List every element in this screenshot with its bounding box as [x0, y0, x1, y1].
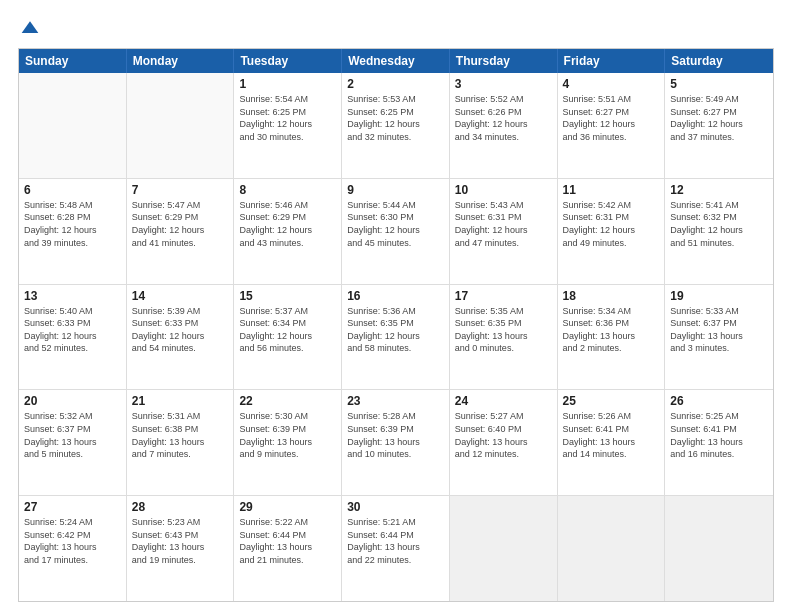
- day-info: Sunrise: 5:53 AM Sunset: 6:25 PM Dayligh…: [347, 93, 444, 143]
- day-number: 10: [455, 183, 552, 197]
- day-info: Sunrise: 5:48 AM Sunset: 6:28 PM Dayligh…: [24, 199, 121, 249]
- calendar-cell: 8Sunrise: 5:46 AM Sunset: 6:29 PM Daylig…: [234, 179, 342, 284]
- calendar-cell: [19, 73, 127, 178]
- calendar-cell: 9Sunrise: 5:44 AM Sunset: 6:30 PM Daylig…: [342, 179, 450, 284]
- calendar-cell: 20Sunrise: 5:32 AM Sunset: 6:37 PM Dayli…: [19, 390, 127, 495]
- calendar-cell: 10Sunrise: 5:43 AM Sunset: 6:31 PM Dayli…: [450, 179, 558, 284]
- day-info: Sunrise: 5:40 AM Sunset: 6:33 PM Dayligh…: [24, 305, 121, 355]
- day-info: Sunrise: 5:30 AM Sunset: 6:39 PM Dayligh…: [239, 410, 336, 460]
- day-info: Sunrise: 5:51 AM Sunset: 6:27 PM Dayligh…: [563, 93, 660, 143]
- day-number: 27: [24, 500, 121, 514]
- day-number: 24: [455, 394, 552, 408]
- day-info: Sunrise: 5:49 AM Sunset: 6:27 PM Dayligh…: [670, 93, 768, 143]
- day-info: Sunrise: 5:27 AM Sunset: 6:40 PM Dayligh…: [455, 410, 552, 460]
- svg-rect-1: [27, 29, 34, 33]
- day-number: 8: [239, 183, 336, 197]
- day-number: 18: [563, 289, 660, 303]
- day-number: 1: [239, 77, 336, 91]
- day-info: Sunrise: 5:52 AM Sunset: 6:26 PM Dayligh…: [455, 93, 552, 143]
- calendar-cell: 28Sunrise: 5:23 AM Sunset: 6:43 PM Dayli…: [127, 496, 235, 601]
- calendar-day-header: Saturday: [665, 49, 773, 73]
- calendar-cell: 23Sunrise: 5:28 AM Sunset: 6:39 PM Dayli…: [342, 390, 450, 495]
- day-number: 26: [670, 394, 768, 408]
- header: [18, 18, 774, 38]
- calendar-row: 20Sunrise: 5:32 AM Sunset: 6:37 PM Dayli…: [19, 390, 773, 496]
- calendar-cell: 24Sunrise: 5:27 AM Sunset: 6:40 PM Dayli…: [450, 390, 558, 495]
- calendar-header: SundayMondayTuesdayWednesdayThursdayFrid…: [19, 49, 773, 73]
- calendar-cell: 3Sunrise: 5:52 AM Sunset: 6:26 PM Daylig…: [450, 73, 558, 178]
- calendar-cell: 22Sunrise: 5:30 AM Sunset: 6:39 PM Dayli…: [234, 390, 342, 495]
- day-number: 21: [132, 394, 229, 408]
- calendar-day-header: Friday: [558, 49, 666, 73]
- day-number: 25: [563, 394, 660, 408]
- day-number: 12: [670, 183, 768, 197]
- calendar-row: 1Sunrise: 5:54 AM Sunset: 6:25 PM Daylig…: [19, 73, 773, 179]
- calendar-cell: [665, 496, 773, 601]
- day-number: 2: [347, 77, 444, 91]
- calendar-row: 13Sunrise: 5:40 AM Sunset: 6:33 PM Dayli…: [19, 285, 773, 391]
- day-number: 6: [24, 183, 121, 197]
- day-info: Sunrise: 5:31 AM Sunset: 6:38 PM Dayligh…: [132, 410, 229, 460]
- calendar-day-header: Tuesday: [234, 49, 342, 73]
- day-info: Sunrise: 5:25 AM Sunset: 6:41 PM Dayligh…: [670, 410, 768, 460]
- day-info: Sunrise: 5:41 AM Sunset: 6:32 PM Dayligh…: [670, 199, 768, 249]
- calendar-cell: 19Sunrise: 5:33 AM Sunset: 6:37 PM Dayli…: [665, 285, 773, 390]
- day-number: 16: [347, 289, 444, 303]
- page: SundayMondayTuesdayWednesdayThursdayFrid…: [0, 0, 792, 612]
- day-info: Sunrise: 5:33 AM Sunset: 6:37 PM Dayligh…: [670, 305, 768, 355]
- day-number: 15: [239, 289, 336, 303]
- calendar-cell: 15Sunrise: 5:37 AM Sunset: 6:34 PM Dayli…: [234, 285, 342, 390]
- day-info: Sunrise: 5:35 AM Sunset: 6:35 PM Dayligh…: [455, 305, 552, 355]
- day-info: Sunrise: 5:21 AM Sunset: 6:44 PM Dayligh…: [347, 516, 444, 566]
- day-info: Sunrise: 5:37 AM Sunset: 6:34 PM Dayligh…: [239, 305, 336, 355]
- calendar-cell: 14Sunrise: 5:39 AM Sunset: 6:33 PM Dayli…: [127, 285, 235, 390]
- calendar-cell: 21Sunrise: 5:31 AM Sunset: 6:38 PM Dayli…: [127, 390, 235, 495]
- day-info: Sunrise: 5:32 AM Sunset: 6:37 PM Dayligh…: [24, 410, 121, 460]
- day-number: 11: [563, 183, 660, 197]
- day-number: 28: [132, 500, 229, 514]
- day-info: Sunrise: 5:24 AM Sunset: 6:42 PM Dayligh…: [24, 516, 121, 566]
- calendar-cell: 11Sunrise: 5:42 AM Sunset: 6:31 PM Dayli…: [558, 179, 666, 284]
- logo: [18, 18, 40, 38]
- calendar-cell: [450, 496, 558, 601]
- calendar-cell: 7Sunrise: 5:47 AM Sunset: 6:29 PM Daylig…: [127, 179, 235, 284]
- day-number: 22: [239, 394, 336, 408]
- calendar-cell: 18Sunrise: 5:34 AM Sunset: 6:36 PM Dayli…: [558, 285, 666, 390]
- day-info: Sunrise: 5:34 AM Sunset: 6:36 PM Dayligh…: [563, 305, 660, 355]
- calendar-cell: 29Sunrise: 5:22 AM Sunset: 6:44 PM Dayli…: [234, 496, 342, 601]
- calendar-cell: 12Sunrise: 5:41 AM Sunset: 6:32 PM Dayli…: [665, 179, 773, 284]
- day-info: Sunrise: 5:47 AM Sunset: 6:29 PM Dayligh…: [132, 199, 229, 249]
- day-info: Sunrise: 5:26 AM Sunset: 6:41 PM Dayligh…: [563, 410, 660, 460]
- calendar-row: 27Sunrise: 5:24 AM Sunset: 6:42 PM Dayli…: [19, 496, 773, 601]
- calendar-cell: 16Sunrise: 5:36 AM Sunset: 6:35 PM Dayli…: [342, 285, 450, 390]
- day-info: Sunrise: 5:54 AM Sunset: 6:25 PM Dayligh…: [239, 93, 336, 143]
- calendar-cell: 13Sunrise: 5:40 AM Sunset: 6:33 PM Dayli…: [19, 285, 127, 390]
- logo-icon: [20, 18, 40, 38]
- day-number: 19: [670, 289, 768, 303]
- calendar: SundayMondayTuesdayWednesdayThursdayFrid…: [18, 48, 774, 602]
- calendar-day-header: Thursday: [450, 49, 558, 73]
- day-info: Sunrise: 5:39 AM Sunset: 6:33 PM Dayligh…: [132, 305, 229, 355]
- day-number: 14: [132, 289, 229, 303]
- day-number: 29: [239, 500, 336, 514]
- calendar-cell: [127, 73, 235, 178]
- calendar-body: 1Sunrise: 5:54 AM Sunset: 6:25 PM Daylig…: [19, 73, 773, 601]
- day-info: Sunrise: 5:46 AM Sunset: 6:29 PM Dayligh…: [239, 199, 336, 249]
- calendar-cell: 1Sunrise: 5:54 AM Sunset: 6:25 PM Daylig…: [234, 73, 342, 178]
- day-number: 23: [347, 394, 444, 408]
- calendar-row: 6Sunrise: 5:48 AM Sunset: 6:28 PM Daylig…: [19, 179, 773, 285]
- calendar-cell: 30Sunrise: 5:21 AM Sunset: 6:44 PM Dayli…: [342, 496, 450, 601]
- calendar-cell: 26Sunrise: 5:25 AM Sunset: 6:41 PM Dayli…: [665, 390, 773, 495]
- calendar-cell: 25Sunrise: 5:26 AM Sunset: 6:41 PM Dayli…: [558, 390, 666, 495]
- day-number: 7: [132, 183, 229, 197]
- day-number: 4: [563, 77, 660, 91]
- day-number: 30: [347, 500, 444, 514]
- calendar-cell: 27Sunrise: 5:24 AM Sunset: 6:42 PM Dayli…: [19, 496, 127, 601]
- day-info: Sunrise: 5:42 AM Sunset: 6:31 PM Dayligh…: [563, 199, 660, 249]
- calendar-cell: 2Sunrise: 5:53 AM Sunset: 6:25 PM Daylig…: [342, 73, 450, 178]
- calendar-cell: 5Sunrise: 5:49 AM Sunset: 6:27 PM Daylig…: [665, 73, 773, 178]
- calendar-cell: 17Sunrise: 5:35 AM Sunset: 6:35 PM Dayli…: [450, 285, 558, 390]
- day-number: 5: [670, 77, 768, 91]
- calendar-day-header: Sunday: [19, 49, 127, 73]
- day-number: 3: [455, 77, 552, 91]
